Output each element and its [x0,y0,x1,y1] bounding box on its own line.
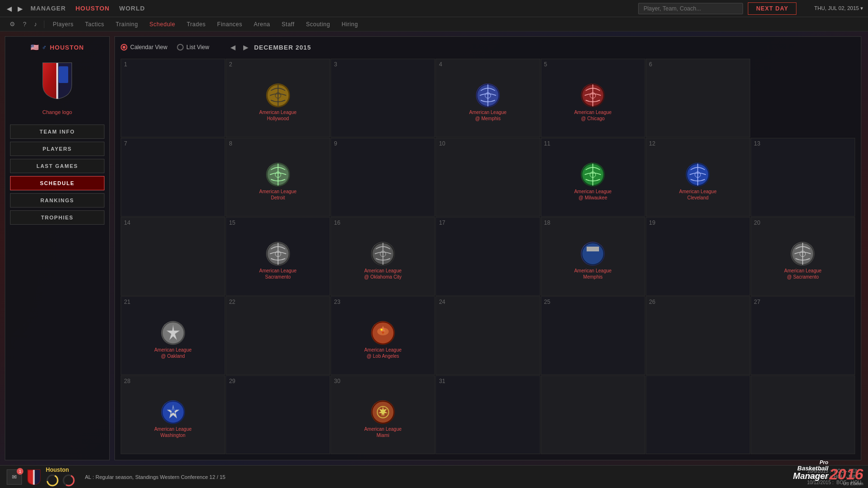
team-logo-area[interactable] [38,59,76,102]
team-logo-cleveland [686,163,710,187]
change-logo-button[interactable]: Change logo [42,109,72,115]
subnav-trades[interactable]: Trades [182,19,210,30]
subnav-finances[interactable]: Finances [212,19,247,30]
svg-point-38 [381,329,382,331]
cal-cell-7: 7 [121,138,225,217]
subnav-hiring[interactable]: Hiring [337,19,362,30]
music-icon[interactable]: ♪ [31,21,40,28]
mail-icon: ✉ [12,474,17,480]
cal-cell-5[interactable]: 5 American League@ [541,59,645,137]
nav-back-button[interactable]: ◀ [5,4,14,13]
cal-cell-18[interactable]: 18 American LeagueMemphis [541,217,645,296]
cal-cell-28[interactable]: 28 American LeagueWashington [121,375,225,454]
team-section[interactable]: HOUSTON [75,5,110,12]
search-input[interactable] [638,3,743,14]
cal-cell-14: 14 [121,217,225,296]
menu-players[interactable]: PLAYERS [10,142,104,156]
help-icon[interactable]: ? [20,21,29,28]
game-label: American LeagueCleveland [679,188,716,201]
subnav-staff[interactable]: Staff [277,19,300,30]
game-chicago-away[interactable]: American League@ Chicago [544,70,642,135]
cal-cell-16[interactable]: 16 American League@ [331,217,435,296]
game-oklahoma-away[interactable]: American League@ Oklahoma City [334,228,432,293]
menu-team-info[interactable]: TEAM INFO [10,125,104,139]
game-memphis-away[interactable]: American League@ Memphis [439,70,537,135]
game-sacramento[interactable]: American LeagueSacramento [229,228,327,293]
mail-button[interactable]: ✉ 1 [7,469,22,485]
game-detroit[interactable]: American LeagueDetroit [229,149,327,214]
cal-cell-8[interactable]: 8 American LeagueDe [226,138,330,217]
cal-next-button[interactable]: ▶ [241,42,250,52]
game-miami[interactable]: American LeagueMiami [334,386,432,452]
status-team-name: Houston [46,467,69,473]
day-number: 24 [439,299,445,305]
subnav-scouting[interactable]: Scouting [301,19,335,30]
cal-cell-24: 24 [435,296,540,375]
cal-prev-button[interactable]: ◀ [228,42,238,52]
cal-cell-31: 31 [435,375,540,454]
subnav-tactics[interactable]: Tactics [80,19,109,30]
cal-cell-21[interactable]: 21 American League@ Oakland [121,296,225,375]
subnav-players[interactable]: Players [48,19,79,30]
cal-cell-27: 27 [751,296,855,375]
world-section[interactable]: WORLD [119,5,145,12]
day-number: 14 [124,219,130,226]
game-lobangeles-away[interactable]: American League@ Lob Angeles [334,307,432,373]
subnav-schedule[interactable]: Schedule [145,19,180,30]
cal-cell-19: 19 [646,217,750,296]
cal-cell-2[interactable]: 2 American LeagueHo [226,59,330,137]
cal-cell-23[interactable]: 23 American League@ [331,296,435,375]
menu-last-games[interactable]: LAST GAMES [10,159,104,173]
cal-cell-10: 10 [435,138,540,217]
settings-icon[interactable]: ⚙ [7,21,18,28]
calendar-week-1: 1 2 [121,59,855,137]
svg-rect-46 [33,470,35,485]
game-label: American League@ Sacramento [784,268,821,280]
game-label: American League@ Lob Angeles [364,347,402,359]
nav-arrows: ◀ ▶ [5,4,25,13]
subnav-training[interactable]: Training [111,19,143,30]
manager-section[interactable]: MANAGER [31,5,66,12]
game-washington[interactable]: American LeagueWashington [124,386,222,452]
day-number: 7 [124,140,127,147]
status-progress [46,474,75,487]
game-label: American League@ Milwaukee [574,188,611,201]
calendar-grid: 1 2 [121,59,855,454]
game-label: American LeagueSacramento [259,268,297,280]
game-cleveland[interactable]: American LeagueCleveland [649,149,747,214]
game-memphis-home[interactable]: American LeagueMemphis [544,228,642,293]
list-radio[interactable] [177,44,184,51]
game-label: American League@ Chicago [574,109,611,122]
game-label: American LeagueWashington [154,426,191,438]
cal-cell-11[interactable]: 11 American League@ [541,138,645,217]
menu-trophies[interactable]: TROPHIES [10,210,104,225]
calendar-view-label: Calendar View [130,44,167,51]
menu-schedule[interactable]: SCHEDULE [10,176,104,190]
cal-cell-15[interactable]: 15 American LeagueS [226,217,330,296]
game-hollywood[interactable]: American LeagueHollywood [229,70,327,135]
menu-rankings[interactable]: RANKINGS [10,193,104,208]
cal-cell-9: 9 [331,138,435,217]
day-number: 30 [334,378,340,384]
status-shield [27,469,41,485]
list-view-option[interactable]: List View [177,44,209,51]
cal-cell-4[interactable]: 4 American League@ [435,59,540,137]
nav-forward-button[interactable]: ▶ [16,4,25,13]
game-label: American LeagueMemphis [574,268,611,280]
day-number: 8 [229,140,232,147]
cal-cell-30[interactable]: 30 American LeagueMiami [331,375,435,454]
cal-cell-20[interactable]: 20 American League@ [751,217,855,296]
calendar-view-option[interactable]: Calendar View [121,44,167,51]
team-logo-chicago [581,83,605,107]
next-day-button[interactable]: NEXT DAY [748,2,796,15]
cal-cell-12[interactable]: 12 American LeagueC [646,138,750,217]
calendar-radio[interactable] [121,44,127,51]
cal-cell-22: 22 [226,296,330,375]
team-logo-washington [161,400,185,424]
day-number: 27 [754,299,760,305]
day-number: 9 [334,140,337,147]
subnav-arena[interactable]: Arena [249,19,275,30]
game-sacramento-away[interactable]: American League@ Sacramento [754,228,852,293]
game-milwaukee-away[interactable]: American League@ Milwaukee [544,149,642,214]
game-oakland-away[interactable]: American League@ Oakland [124,307,222,373]
